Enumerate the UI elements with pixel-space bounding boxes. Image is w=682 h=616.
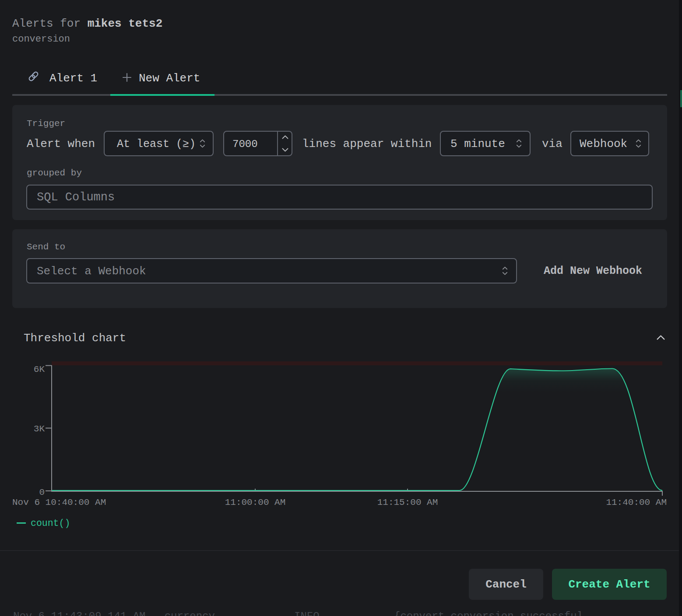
svg-text:11:40:00 AM: 11:40:00 AM xyxy=(606,497,667,508)
svg-text:11:00:00 AM: 11:00:00 AM xyxy=(225,497,286,508)
svg-text:count(): count() xyxy=(31,518,70,528)
svg-text:Nov 6 10:40:00 AM: Nov 6 10:40:00 AM xyxy=(12,497,106,508)
svg-text:3K: 3K xyxy=(34,424,45,434)
svg-text:11:15:00 AM: 11:15:00 AM xyxy=(377,497,438,508)
svg-text:6K: 6K xyxy=(34,364,45,374)
svg-text:0: 0 xyxy=(39,487,45,497)
